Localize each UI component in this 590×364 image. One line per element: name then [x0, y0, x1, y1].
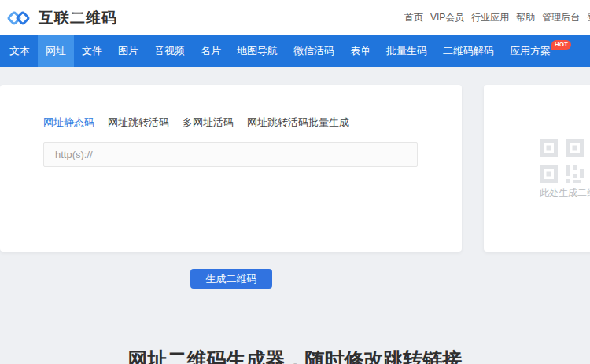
section-heading: 网址二维码生成器，随时修改跳转链接 [0, 347, 590, 364]
tab-business-card[interactable]: 名片 [193, 35, 229, 67]
tab-audio-video[interactable]: 音视频 [146, 35, 193, 67]
logo-chain-icon [8, 6, 31, 30]
tab-file[interactable]: 文件 [74, 35, 110, 67]
tab-url[interactable]: 网址 [38, 35, 74, 67]
page: 互联二维码 首页 VIP会员 行业应用 帮助 管理后台 登录 文本 网址 文件 … [0, 0, 590, 364]
qr-preview-card: 此处生成二维码 [484, 85, 590, 252]
subtab-static-url-code[interactable]: 网址静态码 [43, 116, 94, 130]
nav-item-industry[interactable]: 行业应用 [471, 11, 509, 24]
generator-subtabs: 网址静态码 网址跳转活码 多网址活码 网址跳转活码批量生成 [43, 115, 349, 131]
tab-wechat-live-code[interactable]: 微信活码 [286, 35, 342, 67]
tab-batch-generate[interactable]: 批量生码 [378, 35, 435, 67]
top-nav: 首页 VIP会员 行业应用 帮助 管理后台 登录 [404, 0, 590, 35]
tab-map-nav[interactable]: 地图导航 [229, 35, 286, 67]
subtab-redirect-live-code[interactable]: 网址跳转活码 [108, 116, 169, 130]
nav-item-vip[interactable]: VIP会员 [430, 11, 464, 24]
nav-item-help[interactable]: 帮助 [516, 11, 535, 24]
main-tabbar: 文本 网址 文件 图片 音视频 名片 地图导航 微信活码 表单 批量生码 二维码… [0, 35, 590, 67]
url-input[interactable] [43, 142, 418, 167]
hot-badge: HOT [551, 40, 571, 50]
tab-text[interactable]: 文本 [2, 35, 38, 67]
generate-qr-button[interactable]: 生成二维码 [190, 269, 272, 289]
qr-placeholder-text: 此处生成二维码 [540, 186, 590, 200]
tab-image[interactable]: 图片 [110, 35, 146, 67]
nav-item-home[interactable]: 首页 [404, 11, 423, 24]
subtab-multi-url-live-code[interactable]: 多网址活码 [183, 116, 234, 130]
nav-item-admin[interactable]: 管理后台 [542, 11, 580, 24]
logo-text: 互联二维码 [39, 8, 117, 28]
subtab-batch-redirect-live-code[interactable]: 网址跳转活码批量生成 [247, 116, 349, 130]
nav-item-login[interactable]: 登录 [587, 11, 590, 24]
header: 互联二维码 首页 VIP会员 行业应用 帮助 管理后台 登录 [0, 0, 590, 35]
generator-card: 网址静态码 网址跳转活码 多网址活码 网址跳转活码批量生成 [0, 85, 462, 252]
tab-form[interactable]: 表单 [342, 35, 378, 67]
tab-qr-decode[interactable]: 二维码解码 [435, 35, 502, 67]
logo[interactable]: 互联二维码 [8, 0, 117, 35]
tab-application-solutions[interactable]: 应用方案HOT [502, 35, 579, 67]
qr-placeholder-icon [540, 139, 584, 184]
tab-application-solutions-label: 应用方案 [510, 45, 551, 57]
